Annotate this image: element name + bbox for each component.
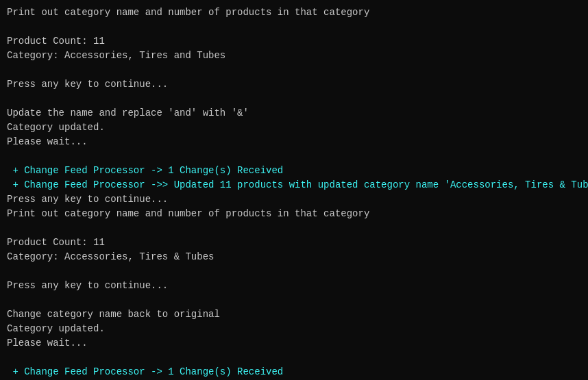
- terminal-window: Print out category name and number of pr…: [7, 5, 581, 380]
- line-product-count-2: Product Count: 11: [7, 236, 581, 250]
- blank-3: [7, 92, 581, 106]
- line-update-instruction: Update the name and replace 'and' with '…: [7, 106, 581, 121]
- blank-2: [7, 63, 581, 77]
- blank-5: [7, 221, 581, 236]
- line-change-feed-2: + Change Feed Processor ->> Updated 11 p…: [7, 178, 581, 192]
- line-1: Print out category name and number of pr…: [7, 5, 581, 20]
- line-change-feed-1: + Change Feed Processor -> 1 Change(s) R…: [7, 164, 581, 178]
- line-change-back: Change category name back to original: [7, 307, 581, 322]
- line-category-updated-1: Category updated.: [7, 121, 581, 135]
- blank-7: [7, 293, 581, 307]
- line-please-wait-2: Please wait...: [7, 336, 581, 351]
- line-category-updated-2: Category updated.: [7, 322, 581, 336]
- blank-4: [7, 149, 581, 164]
- line-press-2: Press any key to continue...: [7, 192, 581, 207]
- blank-6: [7, 264, 581, 279]
- line-category-2: Category: Accessories, Tires & Tubes: [7, 250, 581, 264]
- line-press-3: Press any key to continue...: [7, 279, 581, 293]
- line-category-1: Category: Accessories, Tires and Tubes: [7, 49, 581, 63]
- line-product-count-1: Product Count: 11: [7, 34, 581, 49]
- blank-1: [7, 20, 581, 34]
- blank-8: [7, 351, 581, 365]
- line-press-1: Press any key to continue...: [7, 77, 581, 92]
- line-print-2: Print out category name and number of pr…: [7, 207, 581, 221]
- line-change-feed-3: + Change Feed Processor -> 1 Change(s) R…: [7, 365, 581, 379]
- line-please-wait-1: Please wait...: [7, 135, 581, 149]
